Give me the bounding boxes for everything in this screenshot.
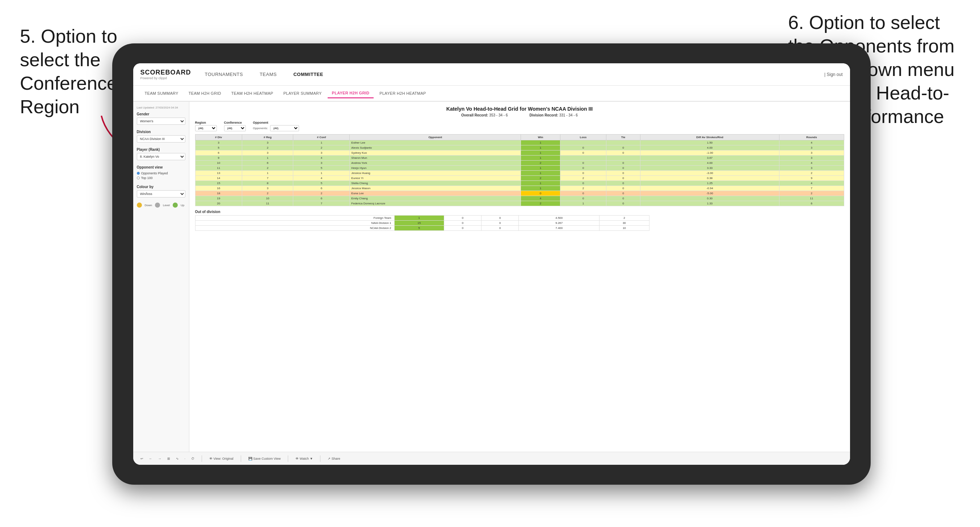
- ood-cell-opponent: NAIA Division 1: [195, 221, 394, 226]
- sub-nav-player-summary[interactable]: PLAYER SUMMARY: [279, 89, 326, 98]
- cell-diff: -3.00: [640, 171, 779, 176]
- records-row: Overall Record: 353 - 34 - 6 Division Re…: [195, 113, 844, 117]
- cell-opponent: Eunice Yi: [350, 176, 521, 181]
- cell-win: 2: [521, 176, 560, 181]
- cell-diff: -1.00: [640, 151, 779, 156]
- ood-table-row: NAIA Division 1 15 0 0 9.267 30: [195, 221, 649, 226]
- cell-rounds: 2: [780, 171, 844, 176]
- col-conf: # Conf: [293, 135, 350, 140]
- sub-nav-team-h2h-heatmap[interactable]: TEAM H2H HEATMAP: [227, 89, 278, 98]
- cell-conf: 4: [293, 176, 350, 181]
- cell-conf: 5: [293, 181, 350, 186]
- cell-diff: 4.00: [640, 160, 779, 166]
- logo-text: SCOREBOARD: [140, 69, 191, 76]
- gender-select[interactable]: Women's: [137, 117, 185, 125]
- sub-nav-player-h2h-grid[interactable]: PLAYER H2H GRID: [328, 89, 374, 98]
- time-btn[interactable]: ⏱: [190, 456, 196, 461]
- cell-diff: -0.94: [640, 186, 779, 191]
- cell-rounds: 11: [780, 196, 844, 201]
- forward-btn[interactable]: →: [157, 456, 163, 461]
- cell-reg: 2: [242, 166, 293, 171]
- nav-teams[interactable]: TEAMS: [257, 70, 280, 78]
- cell-opponent: Emily Chang: [350, 196, 521, 201]
- toolbar-undo-redo: ↩ ← → ⊞ ∿ · ⏱: [139, 456, 196, 461]
- undo-btn[interactable]: ↩: [139, 456, 145, 461]
- cell-reg: 3: [242, 140, 293, 145]
- col-div: # Div: [195, 135, 242, 140]
- player-rank-select[interactable]: 8. Katelyn Vo: [137, 153, 185, 160]
- opponent-view-radio-group: Opponents Played Top 100: [137, 171, 185, 180]
- cell-reg: 1: [242, 171, 293, 176]
- cell-conf: 5: [293, 166, 350, 171]
- view-original-btn[interactable]: 👁 View: Original: [208, 456, 235, 461]
- top-nav-items: TOURNAMENTS TEAMS COMMITTEE: [202, 70, 825, 78]
- table-row: 14 7 4 Eunice Yi 2 2 0 0.38 9: [195, 176, 844, 181]
- table-row: 15 8 5 Stella Cheng 1 0 0 1.25 4: [195, 181, 844, 186]
- cell-tie: 0: [606, 151, 640, 156]
- cell-loss: 0: [560, 181, 606, 186]
- toolbar-sep-4: [320, 456, 320, 462]
- cell-div: 20: [195, 201, 242, 206]
- nav-committee[interactable]: COMMITTEE: [290, 70, 326, 78]
- col-rounds: Rounds: [780, 135, 844, 140]
- toolbar-sep-2: [241, 456, 241, 462]
- cell-opponent: Sydney Kuo: [350, 151, 521, 156]
- division-select[interactable]: NCAA Division III: [137, 135, 185, 143]
- grid-btn[interactable]: ⊞: [166, 456, 172, 461]
- cell-loss: 0: [560, 196, 606, 201]
- cell-div: 9: [195, 156, 242, 160]
- tablet-frame: SCOREBOARD Powered by clippd TOURNAMENTS…: [112, 43, 871, 485]
- cell-win: 1: [521, 145, 560, 151]
- colour-by-select[interactable]: Win/loss: [137, 190, 185, 197]
- cell-rounds: 4: [780, 181, 844, 186]
- sub-nav-team-summary[interactable]: TEAM SUMMARY: [140, 89, 183, 98]
- cell-win: 1: [521, 166, 560, 171]
- conference-select[interactable]: (All): [224, 125, 246, 131]
- down-label: Down: [145, 204, 152, 207]
- table-row: 13 1 1 Jessica Huang 1 0 0 -3.00 2: [195, 171, 844, 176]
- opponents-played-option[interactable]: Opponents Played: [137, 171, 185, 175]
- table-row: 16 3 6 Jessica Mason 1 2 0 -0.94 7: [195, 186, 844, 191]
- cell-rounds: 4: [780, 140, 844, 145]
- sub-nav-player-h2h-heatmap[interactable]: PLAYER H2H HEATMAP: [375, 89, 430, 98]
- cell-conf: 1: [293, 171, 350, 176]
- nav-tournaments[interactable]: TOURNAMENTS: [202, 70, 246, 78]
- cell-opponent: Esther Lee: [350, 140, 521, 145]
- cell-opponent: Euna Lee: [350, 191, 521, 196]
- dot-btn[interactable]: ·: [183, 456, 187, 461]
- region-select[interactable]: (All): [195, 125, 217, 131]
- top-100-option[interactable]: Top 100: [137, 176, 185, 180]
- cell-opponent: Jessica Huang: [350, 171, 521, 176]
- cell-div: 6: [195, 151, 242, 156]
- save-custom-view-btn[interactable]: 💾 Save Custom View: [247, 456, 282, 461]
- sign-out-link[interactable]: | Sign out: [824, 72, 842, 77]
- cell-win: 2: [521, 160, 560, 166]
- cell-div: 14: [195, 176, 242, 181]
- table-row: 6 3 3 Sydney Kuo 1 0 0 -1.00 3: [195, 151, 844, 156]
- top-100-radio[interactable]: [137, 176, 140, 179]
- wave-btn[interactable]: ∿: [175, 456, 180, 461]
- share-btn[interactable]: ↗ Share: [326, 456, 342, 461]
- col-loss: Loss: [560, 135, 606, 140]
- opponents-played-radio[interactable]: [137, 172, 140, 175]
- opponents-label: Opponents:: [253, 127, 268, 130]
- overall-record: Overall Record: 353 - 34 - 6: [461, 113, 508, 117]
- opponent-select[interactable]: (All): [270, 125, 299, 131]
- cell-diff: 1.33: [640, 201, 779, 206]
- cell-rounds: 3: [780, 151, 844, 156]
- cell-opponent: Stella Cheng: [350, 181, 521, 186]
- region-filter-sub: (All): [195, 125, 217, 131]
- cell-diff: 0.30: [640, 196, 779, 201]
- watch-btn[interactable]: 👁 Watch ▼: [294, 456, 314, 461]
- cell-div: 3: [195, 140, 242, 145]
- cell-reg: 3: [242, 186, 293, 191]
- col-opponent: Opponent: [350, 135, 521, 140]
- ood-cell-tie: 0: [482, 226, 519, 231]
- cell-tie: 0: [606, 171, 640, 176]
- cell-tie: 0: [606, 145, 640, 151]
- colour-by-section: Colour by Win/loss: [137, 185, 185, 197]
- cell-div: 15: [195, 181, 242, 186]
- back-btn[interactable]: ←: [148, 456, 154, 461]
- sub-nav-team-h2h-grid[interactable]: TEAM H2H GRID: [184, 89, 226, 98]
- ood-cell-diff: 9.267: [519, 221, 600, 226]
